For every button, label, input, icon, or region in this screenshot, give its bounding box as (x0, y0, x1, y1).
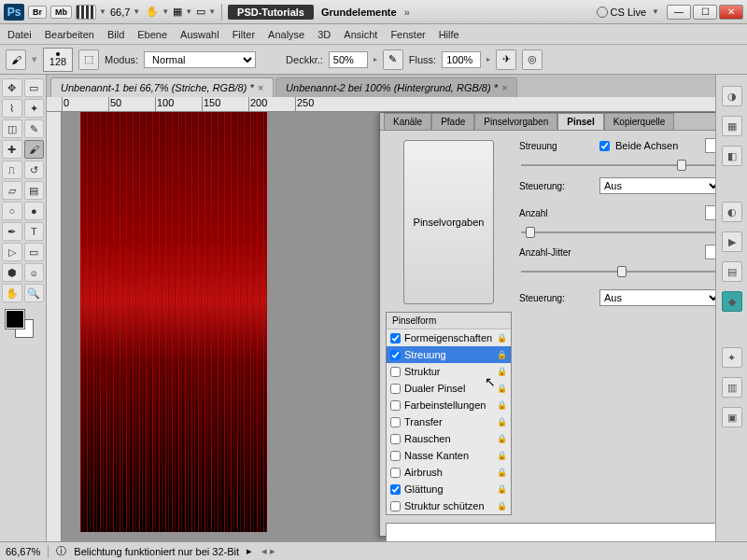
lock-icon[interactable]: 🔒 (497, 501, 507, 511)
opacity-input[interactable]: 50% (329, 51, 368, 68)
lock-icon[interactable]: 🔒 (497, 451, 507, 460)
menu-filter[interactable]: Filter (233, 29, 255, 40)
option-checkbox[interactable] (390, 417, 401, 427)
adjustments-panel-icon[interactable]: ◐ (722, 202, 742, 222)
view-grid-icon[interactable]: ▦ (173, 6, 182, 18)
brush-option-item[interactable]: Formeigenschaften🔒 (387, 329, 511, 346)
scatter-slider[interactable] (521, 159, 715, 172)
status-menu-icon[interactable]: ▸ (247, 545, 252, 557)
brush-tool[interactable]: 🖌 (24, 140, 45, 159)
menu-auswahl[interactable]: Auswahl (180, 29, 219, 40)
dropdown-icon[interactable]: ▼ (185, 7, 192, 16)
menu-fenster[interactable]: Fenster (390, 29, 425, 40)
dropdown-icon[interactable]: ▼ (133, 7, 140, 16)
brush-option-item[interactable]: Airbrush🔒 (387, 464, 511, 481)
panel-tab[interactable]: Kopierquelle (604, 113, 675, 130)
menu-datei[interactable]: Datei (7, 29, 32, 40)
actions-panel-icon[interactable]: ▣ (722, 407, 742, 427)
panel-tab[interactable]: Pfade (431, 113, 474, 130)
brush-panel-toggle-icon[interactable]: ⬚ (78, 49, 99, 70)
brush-option-item[interactable]: Struktur🔒 (387, 363, 511, 380)
lasso-tool[interactable]: ⌇ (2, 99, 22, 118)
blur-tool[interactable]: ○ (2, 202, 22, 220)
option-checkbox[interactable] (390, 484, 401, 495)
option-checkbox[interactable] (390, 468, 401, 478)
lock-icon[interactable]: 🔒 (497, 350, 507, 359)
count-jitter-value[interactable]: 43% (705, 245, 715, 259)
brush-preset-picker[interactable]: 128 (43, 48, 73, 72)
layers-panel-icon[interactable]: ▤ (722, 261, 742, 282)
pen-tool[interactable]: ✒ (2, 222, 22, 241)
document-tab[interactable]: Unbenannt-1 bei 66,7% (Striche, RGB/8) *… (50, 77, 274, 97)
brush-option-item[interactable]: Farbeinstellungen🔒 (387, 397, 511, 413)
brush-option-item[interactable]: Glättung🔒 (387, 481, 511, 497)
canvas-viewport[interactable]: KanälePfadePinselvorgabenPinselKopierque… (62, 112, 715, 541)
dodge-tool[interactable]: ● (24, 202, 45, 220)
color-swatches[interactable] (2, 310, 44, 338)
swatches-panel-icon[interactable]: ▦ (722, 116, 742, 136)
count-jitter-slider[interactable] (521, 265, 715, 278)
zoom-level[interactable]: 66,7 (110, 7, 130, 18)
brush-option-item[interactable]: Nasse Kanten🔒 (387, 447, 511, 464)
close-icon[interactable]: × (501, 82, 507, 93)
lock-icon[interactable]: 🔒 (497, 417, 507, 427)
brush-option-item[interactable]: Dualer Pinsel🔒 (387, 380, 511, 397)
option-checkbox[interactable] (390, 501, 401, 511)
channels-panel-icon[interactable]: ◆ (722, 291, 742, 312)
color-panel-icon[interactable]: ◑ (722, 86, 742, 106)
airbrush-icon[interactable]: ✈ (496, 49, 516, 70)
count-slider[interactable] (521, 226, 715, 239)
panel-tab[interactable]: Kanäle (384, 113, 431, 130)
play-icon[interactable]: ▶ (722, 231, 742, 252)
marquee-tool[interactable]: ▭ (24, 78, 45, 97)
lock-icon[interactable]: 🔒 (497, 367, 507, 376)
option-checkbox[interactable] (390, 384, 401, 394)
scatter-value[interactable]: 592% (705, 138, 715, 153)
menu-bearbeiten[interactable]: Bearbeiten (45, 29, 94, 40)
minimize-button[interactable]: — (667, 5, 691, 20)
cs-live[interactable]: CS Live ▼ (597, 7, 659, 18)
heal-tool[interactable]: ✚ (2, 140, 22, 159)
menu-3d[interactable]: 3D (317, 29, 331, 40)
option-checkbox[interactable] (390, 350, 401, 360)
document-tab[interactable]: Unbenannt-2 bei 100% (Hintergrund, RGB/8… (275, 77, 517, 97)
lock-icon[interactable]: 🔒 (497, 384, 507, 393)
menu-analyse[interactable]: Analyse (268, 29, 304, 40)
dropdown-icon[interactable]: ▼ (99, 7, 106, 16)
brush-tool-icon[interactable]: 🖌 (6, 49, 26, 70)
screen-mode-icon[interactable]: ▭ (196, 6, 205, 18)
lock-icon[interactable]: 🔒 (497, 484, 507, 494)
scatter-control-select[interactable]: Aus (599, 177, 715, 194)
type-tool[interactable]: T (24, 222, 45, 241)
list-header[interactable]: Pinselform (387, 313, 511, 329)
eraser-tool[interactable]: ▱ (2, 181, 22, 200)
brush-presets-button[interactable]: Pinselvorgaben (403, 140, 495, 304)
eyedropper-tool[interactable]: ✎ (24, 119, 45, 138)
option-checkbox[interactable] (390, 367, 401, 377)
lock-icon[interactable]: 🔒 (497, 400, 507, 410)
lock-icon[interactable]: 🔒 (497, 333, 507, 343)
lock-icon[interactable]: 🔒 (497, 434, 507, 443)
menu-ebene[interactable]: Ebene (137, 29, 167, 40)
styles-panel-icon[interactable]: ◧ (722, 146, 742, 166)
option-checkbox[interactable] (390, 333, 401, 343)
3d-camera-tool[interactable]: ⌾ (24, 263, 45, 282)
foreground-color[interactable] (6, 310, 24, 329)
shape-tool[interactable]: ▭ (24, 243, 45, 261)
panel-tab[interactable]: Pinsel (557, 113, 603, 130)
stamp-tool[interactable]: ⎍ (2, 161, 22, 179)
chevron-right-icon[interactable]: » (404, 7, 410, 18)
lock-icon[interactable]: 🔒 (497, 468, 507, 477)
option-checkbox[interactable] (390, 434, 401, 444)
minibridge-badge[interactable]: Mb (50, 6, 72, 19)
option-checkbox[interactable] (390, 400, 401, 411)
status-zoom[interactable]: 66,67% (6, 546, 40, 557)
bridge-badge[interactable]: Br (28, 6, 47, 19)
tablet-opacity-icon[interactable]: ✎ (383, 49, 403, 70)
both-axes-checkbox[interactable] (599, 141, 610, 151)
maximize-button[interactable]: ☐ (693, 5, 717, 20)
hand-tool[interactable]: ✋ (2, 284, 22, 302)
wand-tool[interactable]: ✦ (24, 99, 45, 118)
canvas[interactable] (80, 112, 267, 532)
brush-option-item[interactable]: Streuung🔒 (387, 346, 511, 363)
